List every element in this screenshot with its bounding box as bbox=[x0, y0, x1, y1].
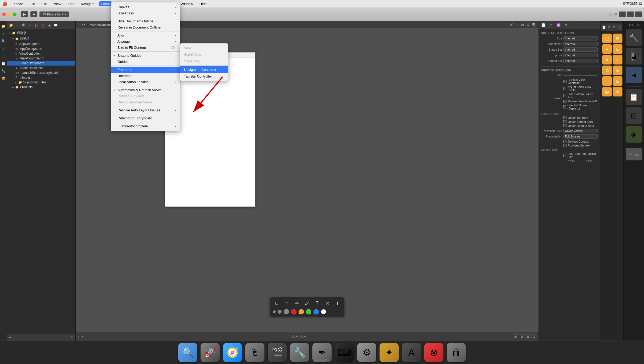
color-red[interactable] bbox=[291, 309, 296, 314]
menu-edit[interactable]: Edit bbox=[40, 1, 49, 6]
dock-finder[interactable]: 🔍 bbox=[178, 343, 197, 362]
breadcrumb-icon-3[interactable]: → bbox=[515, 23, 519, 27]
menu-window[interactable]: Window bbox=[179, 1, 195, 6]
menu-xcode[interactable]: Xcode bbox=[12, 1, 25, 6]
obj-icon-6[interactable]: ⊕ bbox=[613, 55, 622, 64]
breadcrumb-forward[interactable]: ▸ bbox=[84, 23, 86, 26]
menu-item-hide-outline[interactable]: Hide Document Outline bbox=[111, 18, 180, 24]
menu-editor[interactable]: Editor bbox=[99, 1, 112, 6]
tree-file-assets[interactable]: ◈ Assets.xcassets bbox=[7, 66, 75, 70]
nav-icon-reports[interactable]: 💬 bbox=[53, 23, 58, 28]
obj-icon-1[interactable]: ⬚ bbox=[602, 34, 612, 43]
dock-terminal[interactable]: ⌨ bbox=[335, 343, 354, 362]
stop-button[interactable]: ■ bbox=[30, 11, 37, 17]
dock-appstore[interactable]: A bbox=[402, 343, 421, 362]
edge-icon-5[interactable]: ⬚ bbox=[1, 53, 6, 59]
obj-icon-11[interactable]: ◎ bbox=[602, 87, 612, 96]
run-button[interactable]: ▶ bbox=[21, 11, 28, 17]
nav-icon-files[interactable]: 📁 bbox=[9, 23, 13, 28]
editor-menu[interactable]: Canvas ▸ Size Class ▸ Hide Document Outl… bbox=[111, 2, 180, 131]
resize-nib-checkbox[interactable] bbox=[563, 100, 566, 103]
menu-item-unembed[interactable]: Unembed bbox=[111, 73, 180, 79]
breadcrumb-icon-4[interactable]: ⊛ bbox=[521, 23, 524, 27]
obj-icon-8[interactable]: ◈ bbox=[613, 66, 622, 75]
tree-group-products[interactable]: ▸ 📁 Products bbox=[7, 85, 75, 90]
menu-navigate[interactable]: Navigate bbox=[79, 1, 96, 6]
view-switcher-left[interactable]: ⬛ bbox=[619, 11, 626, 17]
breadcrumb-icon-2[interactable]: ↺ bbox=[510, 23, 513, 27]
menu-item-reveal-outline[interactable]: Reveal in Document Outline bbox=[111, 24, 180, 30]
edge-icon-3[interactable]: 🔍 bbox=[1, 38, 6, 44]
bottom-zoom-controls[interactable]: ⊞ ⊟ ⊠ ⊡ bbox=[513, 334, 536, 339]
inspector-tab-file[interactable]: 📄 bbox=[540, 22, 547, 29]
dock-tools[interactable]: 🔧 bbox=[290, 343, 309, 362]
traffic-light-maximize[interactable] bbox=[13, 13, 17, 16]
obj-icon-5[interactable]: ≡ bbox=[602, 55, 612, 64]
edge-icon-8[interactable]: 📦 bbox=[1, 76, 6, 81]
tree-file-mainstoryboard[interactable]: SB Main.storyboard bbox=[7, 61, 75, 66]
bottom-push-checkbox[interactable] bbox=[563, 94, 566, 97]
breadcrumb-icon-5[interactable]: ⚙ bbox=[526, 23, 530, 27]
ann-tool-circle[interactable]: ○ bbox=[283, 300, 291, 307]
nav-icon-find[interactable]: 🔍 bbox=[21, 23, 26, 28]
menu-item-auto-refresh[interactable]: ✓ Automatically Refresh Views bbox=[111, 87, 180, 93]
ann-tool-save[interactable]: ⬇ bbox=[334, 300, 341, 307]
menu-item-canvas[interactable]: Canvas ▸ bbox=[111, 4, 180, 10]
edge-icon-1[interactable]: 📁 bbox=[1, 23, 6, 29]
tree-file-viewcontrollerm[interactable]: m ViewController.m bbox=[7, 56, 75, 61]
under-bottom-bars-checkbox[interactable] bbox=[563, 120, 566, 123]
color-orange[interactable] bbox=[299, 309, 304, 314]
size-value[interactable]: Inferred bbox=[563, 36, 598, 41]
obj-icon-2[interactable]: ⊞ bbox=[613, 34, 622, 43]
adjust-scroll-checkbox[interactable] bbox=[563, 87, 566, 90]
obj-icon-3[interactable]: ◂ bbox=[602, 44, 612, 54]
nav-icon-debug[interactable]: 🐞 bbox=[40, 23, 45, 28]
sidebar-add-btn[interactable]: + bbox=[9, 335, 11, 339]
menu-item-refactor[interactable]: Refactor to Storyboard... bbox=[111, 115, 180, 121]
tree-group-root[interactable]: ▾ 📁 通讯录 bbox=[7, 30, 75, 36]
color-white[interactable] bbox=[321, 309, 326, 314]
nav-icon-breakpoints[interactable]: ◈ bbox=[47, 23, 52, 28]
status-bar-value[interactable]: Inferred bbox=[563, 47, 598, 52]
menu-item-fuzzy[interactable]: FuzzyAutocomplete ▸ bbox=[111, 123, 180, 129]
dock-app-4[interactable]: 📋 bbox=[626, 89, 642, 105]
under-top-bars-checkbox[interactable] bbox=[563, 116, 566, 119]
transition-style-value[interactable]: Cover Vertical bbox=[563, 129, 598, 133]
edge-icon-7[interactable]: 🔧 bbox=[1, 68, 6, 74]
menu-item-align[interactable]: Align ▸ bbox=[111, 32, 180, 38]
ann-tool-clear[interactable]: ✕ bbox=[324, 300, 331, 307]
ann-tool-rect[interactable]: □ bbox=[273, 300, 280, 307]
color-size-medium[interactable] bbox=[278, 310, 282, 314]
dock-app-2[interactable]: 📱 bbox=[626, 48, 642, 64]
inspector-tab-quickhelp[interactable]: ? bbox=[548, 22, 554, 29]
tree-group-supporting[interactable]: ▸ 📁 Supporting Files bbox=[7, 80, 75, 85]
edge-icon-4[interactable]: ↕ bbox=[1, 46, 6, 51]
use-preferred-checkbox[interactable] bbox=[563, 154, 566, 157]
under-opaque-checkbox[interactable] bbox=[563, 124, 566, 127]
dock-app-11[interactable]: ⊗ bbox=[424, 343, 443, 362]
dock-launchpad[interactable]: 🚀 bbox=[201, 343, 220, 362]
menu-item-embed-in[interactable]: Embed In ▸ bbox=[111, 67, 180, 73]
menu-file[interactable]: File bbox=[28, 1, 37, 6]
tree-file-appdelegateh[interactable]: h AppDelegate.h bbox=[7, 42, 75, 46]
obj-icon-10[interactable]: ⊟ bbox=[613, 76, 622, 86]
breadcrumb-view-toggle[interactable]: ⬚ bbox=[78, 23, 80, 26]
breadcrumb-icon-1[interactable]: ⊕ bbox=[504, 23, 508, 27]
color-blue[interactable] bbox=[313, 309, 319, 314]
menu-item-size-class[interactable]: Size Class ▸ bbox=[111, 10, 180, 16]
obj-icon-7[interactable]: ⊙ bbox=[602, 66, 612, 75]
obj-tab-1[interactable]: 📄 bbox=[602, 24, 606, 31]
edge-icon-6[interactable]: 📋 bbox=[1, 61, 6, 66]
initial-vc-checkbox[interactable] bbox=[563, 80, 566, 83]
obj-icon-12[interactable]: ⊗ bbox=[613, 87, 622, 96]
nav-icon-tests[interactable]: ▷ bbox=[34, 23, 39, 28]
obj-tab-3[interactable]: ⊕ bbox=[612, 24, 616, 31]
bottom-add-btn[interactable]: + bbox=[78, 335, 79, 338]
dock-snip-preview[interactable]: Snip...png bbox=[626, 148, 642, 160]
menu-help[interactable]: Help bbox=[198, 1, 208, 6]
color-size-large[interactable] bbox=[284, 309, 289, 314]
defines-context-checkbox[interactable] bbox=[563, 140, 566, 143]
ann-tool-text[interactable]: T bbox=[313, 300, 321, 307]
menu-item-guides[interactable]: Guides ▸ bbox=[111, 59, 180, 65]
obj-icon-9[interactable]: ⬚ bbox=[602, 76, 612, 86]
